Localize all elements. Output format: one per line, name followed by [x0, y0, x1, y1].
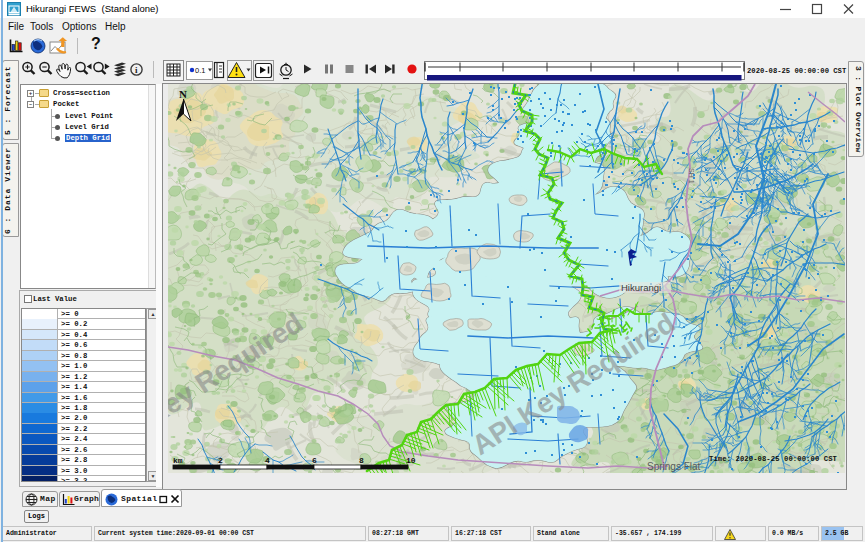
svg-text:2020-08-25 00:00:00 CST: 2020-08-25 00:00:00 CST	[747, 67, 847, 75]
svg-text:10: 10	[406, 456, 416, 465]
svg-text:Hikurangi: Hikurangi	[621, 282, 661, 293]
svg-text:8: 8	[359, 456, 364, 465]
svg-text:i: i	[135, 65, 138, 75]
svg-text:4: 4	[265, 456, 270, 465]
svg-text:Springs Flat: Springs Flat	[647, 461, 701, 472]
svg-text:SH 1: SH 1	[688, 168, 695, 184]
svg-text:0.1: 0.1	[195, 66, 205, 75]
svg-text:N: N	[179, 88, 187, 100]
svg-text:2: 2	[218, 456, 223, 465]
svg-text:6: 6	[312, 456, 317, 465]
svg-text:Time: 2020-08-25 00:00:00 CST: Time: 2020-08-25 00:00:00 CST	[709, 455, 838, 463]
svg-text:km: km	[173, 456, 183, 465]
